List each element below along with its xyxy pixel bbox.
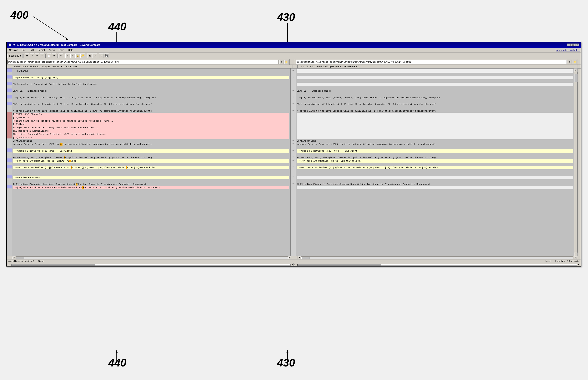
toolbar-btn-eq[interactable]: = xyxy=(35,54,39,58)
arrow-430-bottom-head xyxy=(286,350,289,353)
right-file-path-panel: ▼ 📁 xyxy=(295,59,578,65)
toolbar-sep-1 xyxy=(23,54,24,58)
toolbar-btn-nav2[interactable]: ⬇ xyxy=(70,54,75,58)
toolbar-btn-refresh[interactable]: ↺ xyxy=(99,54,104,58)
status-bar: ≠ 41 difference section(s) Same Insert L… xyxy=(7,259,581,263)
close-button[interactable]: × xyxy=(575,43,579,46)
diff-line-right-3 xyxy=(297,76,573,79)
right-h-scroll-left[interactable]: ◄ xyxy=(298,257,301,259)
right-mini-scrollbar-2 xyxy=(579,69,581,256)
toolbar-btn-options[interactable]: ⚙ xyxy=(52,54,56,58)
toolbar-btn-cut[interactable]: ✂ xyxy=(59,54,63,58)
maximize-button[interactable]: □ xyxy=(571,43,575,46)
diff-line-left-31 xyxy=(13,169,289,173)
left-file-path-dropdown[interactable]: ▼ xyxy=(279,60,283,64)
left-h-scroll-left[interactable]: ◄ xyxy=(13,257,15,259)
toolbar-btn-nav3[interactable]: 🔒 xyxy=(75,54,80,58)
menu-tools[interactable]: Tools xyxy=(57,48,66,52)
diff-line-right-9: ⇒ [13] F5 Networks, Inc. (NASDAQ: FFIV),… xyxy=(297,96,573,99)
left-h-scrollbar[interactable]: ◄ ► xyxy=(12,256,292,259)
right-h-scroll-thumb[interactable] xyxy=(301,257,310,259)
menu-search[interactable]: Search xyxy=(36,48,47,52)
sessions-button[interactable]: Sessions ▾ xyxy=(7,54,22,58)
toolbar-btn-nav1[interactable]: ⬆ xyxy=(65,54,70,58)
diff-line-right-33 xyxy=(297,176,573,179)
arrow-440-bottom-head xyxy=(116,350,118,353)
diff-line-right-7: SEATTLE-- (Business Wire)-- xyxy=(297,89,573,93)
right-text-content: SEATTLE-- (Business Wire)-- ⇒ [13] F5 Ne… xyxy=(296,69,574,190)
diff-line-left-33: ⇒ We Also Recommend... xyxy=(13,176,289,179)
diff-line-left-25: ⇒ About F5 Networks ([20]News - [21]Aler… xyxy=(13,149,289,153)
menu-edit[interactable]: Edit xyxy=(28,48,36,52)
left-h-scroll-track[interactable] xyxy=(16,257,288,259)
right-mini-scrollbar-1 xyxy=(577,69,579,256)
toolbar-btn-nav4[interactable]: 🔑 xyxy=(80,54,85,58)
scroll-down-button[interactable]: ▼ xyxy=(574,253,578,256)
right-line-col: 1:1 xyxy=(294,263,297,266)
left-h-scroll-right[interactable]: ► xyxy=(289,257,291,259)
status-same: Same xyxy=(38,260,44,262)
toolbar-btn-star[interactable]: ★ xyxy=(25,54,29,58)
diff-line-left-24 xyxy=(13,146,289,149)
diff-line-left-2 xyxy=(13,73,289,76)
right-scrollbar[interactable]: ▲ ▼ xyxy=(574,69,577,256)
left-file-info: 12/2/2011 3:30:27 PM 12,130 bytes <defau… xyxy=(12,65,292,68)
diff-line-right-24 xyxy=(297,146,573,149)
left-position-thumb xyxy=(11,264,95,266)
diff-line-right-30: ⇒ You can also follow [23] @f5networks o… xyxy=(297,166,573,169)
right-h-scroll-right[interactable]: ► xyxy=(574,257,577,259)
diff-line-left-14: [15]MSP NEWS Channels xyxy=(13,113,289,116)
menu-view[interactable]: View xyxy=(48,48,57,52)
diff-line-right-19 xyxy=(297,129,573,133)
toolbar-sep-4 xyxy=(64,54,64,58)
right-position-bar: 1:1 ► xyxy=(294,263,580,266)
toolbar-sep-3 xyxy=(57,54,58,58)
label-400: 400 xyxy=(10,9,29,21)
right-file-path-dropdown[interactable]: ▼ xyxy=(568,60,572,64)
diff-line-right-4 xyxy=(297,79,573,83)
diff-line-right-32 xyxy=(297,173,573,176)
arrow-400 xyxy=(33,17,67,38)
extra-status-row: 1:1 ► 1:1 ► xyxy=(7,263,581,266)
toolbar-sep-5 xyxy=(86,54,86,58)
diff-line-left-22: Certifications xyxy=(13,139,289,143)
label-440-top: 440 xyxy=(108,20,126,33)
right-h-scroll-track[interactable] xyxy=(301,257,573,259)
diff-line-left-32 xyxy=(13,173,289,176)
diff-line-left-34 xyxy=(13,179,289,183)
right-file-path-input[interactable] xyxy=(296,60,567,64)
arrow-400-head xyxy=(66,38,68,40)
menu-help[interactable]: Help xyxy=(66,48,75,52)
right-h-scrollbar[interactable]: ◄ ► xyxy=(297,256,577,259)
diff-line-left-10 xyxy=(13,99,289,103)
diff-line-right-13: A direct link to the live webcast will b… xyxy=(297,109,573,113)
scroll-thumb[interactable] xyxy=(574,74,578,82)
toolbar-btn-x[interactable]: ✕ xyxy=(30,54,34,58)
toolbar-btn-view1[interactable]: ▣ xyxy=(87,54,92,58)
diff-line-right-25: ⇒ About F5 Networks ([20] News - [21] Al… xyxy=(297,149,573,153)
diff-line-left-16: Research and market studies related to M… xyxy=(13,119,289,123)
left-file-path-input[interactable] xyxy=(7,60,278,64)
menu-file[interactable]: File xyxy=(20,48,27,52)
diff-line-right-36 xyxy=(297,186,573,189)
diff-line-right-1 xyxy=(297,69,573,73)
toolbar-btn-copy-left[interactable]: 📋 xyxy=(47,54,51,58)
toolbar-btn-save[interactable]: 💾 xyxy=(104,54,109,58)
right-position-slider[interactable] xyxy=(297,264,577,266)
left-file-path-browse[interactable]: 📁 xyxy=(284,60,289,64)
menu-session[interactable]: Session xyxy=(7,48,20,52)
title-bar-text: "4_374600614.txt <-> 374600614.useful - … xyxy=(13,43,567,46)
toolbar-btn-tilde[interactable]: ≈ xyxy=(40,54,44,58)
left-position-slider[interactable] xyxy=(11,264,291,266)
minimize-button[interactable]: – xyxy=(567,43,571,46)
scroll-up-button[interactable]: ▲ xyxy=(574,69,578,72)
right-file-path-browse[interactable]: 📁 xyxy=(573,60,577,64)
diff-line-right-23: Managed Service Provider (MSP) training … xyxy=(297,143,573,146)
diff-line-right-29 xyxy=(297,163,573,166)
new-version-link[interactable]: New version available... xyxy=(556,49,580,51)
toolbar-btn-swap[interactable]: ⇄ xyxy=(92,54,97,58)
left-h-scroll-thumb[interactable] xyxy=(16,257,24,259)
diff-line-right-27: F5 Networks, Inc., the global leader in … xyxy=(297,156,573,159)
menu-bar: Session File Edit Search View Tools Help… xyxy=(7,48,581,53)
diff-line-left-1: L [INLINE] xyxy=(13,69,289,73)
